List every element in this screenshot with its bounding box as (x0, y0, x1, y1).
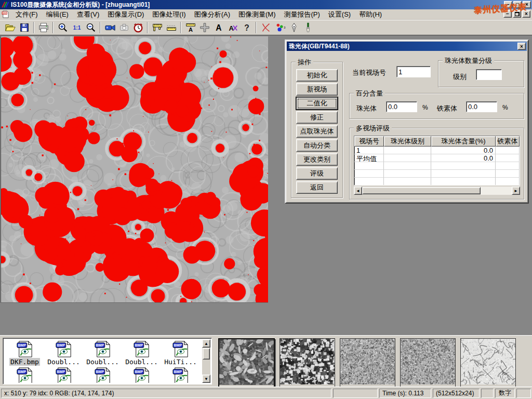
scroll-left-icon[interactable]: ◄ (354, 187, 362, 195)
file-browser: BMPDKF.bmpBMPDoubl...BMPDoubl...BMPDoubl… (3, 338, 212, 384)
file-label[interactable]: HuiTi... (163, 358, 198, 366)
actual-size-icon[interactable]: 1:1 (70, 21, 84, 34)
op-button-8[interactable]: 返回 (296, 181, 338, 194)
table-horizontal-scrollbar[interactable]: ◄ ► (354, 187, 520, 195)
thumbnail-0[interactable] (218, 338, 275, 388)
file-item-hidden-3[interactable]: BMP (122, 366, 161, 383)
curve-tool-icon[interactable] (259, 21, 273, 34)
menu-item-8[interactable]: 设置(S) (324, 9, 355, 20)
file-item-hidden-1[interactable]: BMP (44, 366, 83, 383)
text-label-icon[interactable]: A (211, 21, 225, 34)
menu-item-1[interactable]: 编辑(E) (42, 9, 73, 20)
scrollbar-track[interactable] (481, 187, 512, 195)
zoom-in-icon[interactable] (56, 21, 70, 34)
help-icon[interactable]: ? (240, 21, 254, 34)
move-cross-icon[interactable] (197, 21, 211, 34)
file-label[interactable]: Doubl... (124, 358, 159, 366)
menu-item-4[interactable]: 图像处理(I) (148, 9, 190, 20)
thumbnail-2[interactable] (340, 338, 395, 388)
thumbnail-image-0 (219, 339, 274, 385)
file-label[interactable]: Doubl... (46, 358, 81, 366)
status-position: x: 510 y: 79 idx: 0 RGB: (174, 174, 174) (1, 389, 331, 398)
table-column-1[interactable]: 珠光体级别 (384, 136, 431, 147)
delete-text-icon[interactable]: A (225, 21, 240, 34)
menu-item-2[interactable]: 查看(V) (73, 9, 103, 20)
table-row-3[interactable] (354, 170, 520, 178)
op-button-3[interactable]: 修正 (296, 111, 338, 124)
file-item-Doubl...[interactable]: BMPDoubl... (122, 339, 161, 366)
file-item-hidden-0[interactable]: BMP (5, 366, 44, 383)
zoom-out-icon[interactable] (84, 21, 98, 34)
op-button-4[interactable]: 点取珠光体 (296, 125, 338, 138)
scrollbar-thumb[interactable] (362, 187, 481, 194)
op-button-7[interactable]: 评级 (296, 167, 338, 180)
file-label[interactable]: Doubl... (85, 358, 120, 366)
file-list[interactable]: BMPDKF.bmpBMPDoubl...BMPDoubl...BMPDoubl… (4, 339, 202, 383)
status-mode: 数字 (495, 389, 515, 398)
file-item-hidden-2[interactable]: BMP (83, 366, 122, 383)
menu-item-6[interactable]: 图像测量(M) (234, 9, 280, 20)
file-item-Doubl...[interactable]: BMPDoubl... (44, 339, 83, 366)
open-icon[interactable] (3, 21, 17, 34)
capture-camera-icon[interactable] (117, 21, 131, 34)
file-item-hidden-4[interactable]: BMP (161, 366, 200, 383)
file-item-HuiTi...[interactable]: BMPHuiTi... (161, 339, 200, 366)
table-column-2[interactable]: 珠光体含量(%) (431, 136, 496, 147)
table-column-3[interactable]: 铁素体 (496, 136, 520, 147)
thumbnail-4[interactable] (460, 338, 516, 388)
table-row-4[interactable] (354, 178, 520, 185)
table-cell (384, 154, 431, 162)
file-item-DKF.bmp[interactable]: BMPDKF.bmp (5, 339, 44, 366)
table-row-1[interactable]: 平均值0.0 (354, 154, 520, 162)
table-cell (496, 178, 520, 185)
measure-text-icon[interactable]: A (183, 21, 197, 34)
file-item-Doubl...[interactable]: BMPDoubl... (83, 339, 122, 366)
rating-table[interactable]: 视场号珠光体级别珠光体含量(%)铁素体 10.0平均值0.0 (354, 136, 520, 185)
caliper-icon[interactable] (150, 21, 164, 34)
current-field-input[interactable] (396, 66, 431, 77)
thumbnail-3[interactable] (400, 338, 456, 388)
scroll-down-icon[interactable]: ▼ (202, 375, 210, 383)
table-column-0[interactable]: 视场号 (354, 136, 384, 147)
svg-text:1:1: 1:1 (73, 24, 81, 30)
toolbar-separator (256, 22, 257, 33)
title-bar: IS100显微摄像系统(金相分析版) - [zhuguangti01] − □ … (0, 0, 532, 9)
menu-item-0[interactable]: 文件(F) (11, 9, 42, 20)
thumbnail-1[interactable] (280, 338, 335, 388)
ferrite-percent-input[interactable] (466, 101, 497, 112)
pen-tool-icon[interactable] (287, 21, 301, 34)
save-icon[interactable] (17, 21, 31, 34)
menu-item-7[interactable]: 测量报告(P) (280, 9, 324, 20)
brush-tool-icon[interactable] (301, 21, 315, 34)
level-label: 级别 (453, 72, 467, 82)
op-button-1[interactable]: 新视场 (296, 83, 338, 96)
table-row-2[interactable] (354, 162, 520, 170)
file-list-scrollbar[interactable]: ▲ ▼ (202, 339, 210, 383)
menu-item-9[interactable]: 帮助(H) (355, 9, 386, 20)
menu-item-5[interactable]: 图像分析(A) (190, 9, 234, 20)
dialog-title-bar[interactable]: 珠光体(GB/T9441-88) × (287, 42, 527, 51)
ruler-icon[interactable] (164, 21, 178, 34)
table-row-0[interactable]: 10.0 (354, 147, 520, 154)
table-cell (496, 147, 520, 154)
specimen-image[interactable] (1, 36, 268, 303)
document-icon[interactable]: DOC (2, 10, 9, 18)
video-camera-icon[interactable] (103, 21, 117, 34)
file-label[interactable]: DKF.bmp (9, 358, 40, 366)
menu-item-3[interactable]: 图像显示(D) (103, 9, 148, 20)
op-button-2[interactable]: 二值化 (296, 97, 338, 110)
op-button-0[interactable]: 初始化 (296, 69, 338, 82)
color-classify-icon[interactable]: 3 (273, 21, 287, 34)
op-button-6[interactable]: 更改类别 (296, 153, 338, 166)
print-icon[interactable] (36, 21, 50, 34)
op-button-5[interactable]: 自动分类 (296, 139, 338, 152)
scroll-right-icon[interactable]: ► (512, 187, 520, 195)
dialog-close-button[interactable]: × (517, 43, 526, 50)
level-input[interactable] (476, 69, 502, 80)
timer-clock-icon[interactable] (131, 21, 145, 34)
pearlite-percent-input[interactable] (386, 101, 417, 112)
scroll-up-icon[interactable]: ▲ (202, 339, 210, 348)
scrollbar-thumb[interactable] (203, 348, 210, 360)
table-cell (496, 154, 520, 162)
ferrite-percent-sign: % (502, 104, 508, 111)
